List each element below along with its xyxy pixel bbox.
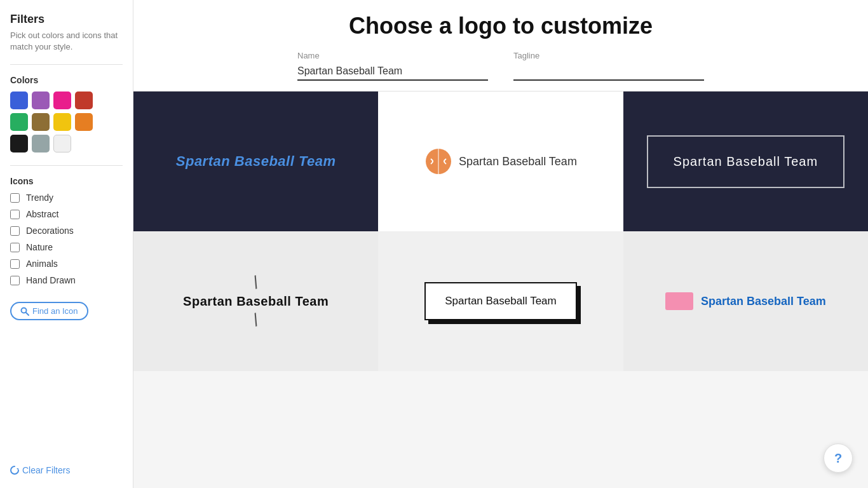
logo-card-5[interactable]: Spartan Baseball Team	[378, 231, 623, 371]
color-purple[interactable]	[32, 92, 50, 109]
color-blue[interactable]	[10, 92, 28, 109]
sidebar-subtitle: Pick out colors and icons that match you…	[10, 30, 123, 53]
color-orange[interactable]	[75, 113, 93, 131]
input-row: Name Tagline	[159, 51, 843, 81]
color-white[interactable]	[53, 135, 71, 152]
checkbox-nature[interactable]: Nature	[10, 242, 123, 252]
color-black[interactable]	[10, 135, 28, 152]
page-title: Choose a logo to customize	[159, 13, 843, 39]
logo-card-3-inner: Spartan Baseball Team	[647, 135, 844, 188]
logo-card-4-content: / Spartan Baseball Team /	[183, 274, 329, 329]
logo-card-2-content: Spartan Baseball Team	[424, 147, 577, 175]
checkbox-trendy-label: Trendy	[26, 193, 53, 203]
divider-icons	[10, 165, 123, 166]
help-button[interactable]: ?	[824, 444, 853, 473]
checkbox-animals[interactable]: Animals	[10, 259, 123, 269]
logo-card-2[interactable]: Spartan Baseball Team	[378, 92, 623, 231]
logo-card-5-inner: Spartan Baseball Team	[424, 282, 576, 320]
colors-label: Colors	[10, 75, 123, 85]
icons-checkboxes: Trendy Abstract Decorations Nature Anima…	[10, 193, 123, 292]
divider-colors	[10, 64, 123, 65]
find-icon-button[interactable]: Find an Icon	[10, 302, 88, 320]
name-label: Name	[297, 51, 488, 60]
logo-card-1-text: Spartan Baseball Team	[176, 153, 336, 170]
icons-label: Icons	[10, 176, 123, 186]
checkbox-decorations[interactable]: Decorations	[10, 226, 123, 236]
logo-card-4-text: Spartan Baseball Team	[183, 294, 329, 309]
logo-card-6-text: Spartan Baseball Team	[701, 295, 826, 308]
sidebar-title: Filters	[10, 13, 123, 26]
main-content: Choose a logo to customize Name Tagline …	[133, 0, 868, 488]
checkbox-nature-label: Nature	[26, 242, 53, 252]
checkbox-animals-label: Animals	[26, 259, 58, 269]
checkbox-abstract-input[interactable]	[10, 210, 20, 219]
search-icon	[20, 307, 29, 316]
checkbox-hand-drawn-label: Hand Drawn	[26, 275, 76, 285]
logo-card-4[interactable]: / Spartan Baseball Team /	[133, 231, 378, 371]
baseball-icon	[424, 147, 452, 175]
name-input-group: Name	[297, 51, 488, 81]
color-yellow[interactable]	[53, 113, 71, 131]
logo-card-3[interactable]: Spartan Baseball Team	[623, 92, 868, 231]
tagline-input[interactable]	[513, 63, 704, 81]
reset-icon	[10, 466, 19, 475]
logo-card-1[interactable]: Spartan Baseball Team	[133, 92, 378, 231]
slash-top-icon: /	[250, 273, 261, 292]
clear-filters-label: Clear Filters	[22, 465, 70, 475]
logo-card-3-text: Spartan Baseball Team	[674, 154, 818, 169]
svg-line-1	[26, 313, 29, 315]
pink-rectangle-icon	[665, 292, 693, 310]
tagline-label: Tagline	[513, 51, 704, 60]
color-brown[interactable]	[32, 113, 50, 131]
checkbox-trendy[interactable]: Trendy	[10, 193, 123, 203]
tagline-input-group: Tagline	[513, 51, 704, 81]
checkbox-hand-drawn[interactable]: Hand Drawn	[10, 275, 123, 285]
checkbox-trendy-input[interactable]	[10, 193, 20, 203]
logo-card-6-content: Spartan Baseball Team	[665, 292, 826, 310]
find-icon-label: Find an Icon	[32, 306, 78, 316]
checkbox-abstract-label: Abstract	[26, 209, 58, 219]
color-gray[interactable]	[32, 135, 50, 152]
logo-grid: Spartan Baseball Team Spartan Baseball T…	[133, 92, 868, 371]
slash-bottom-icon: /	[250, 311, 261, 329]
name-input[interactable]	[297, 63, 488, 81]
checkbox-hand-drawn-input[interactable]	[10, 276, 20, 285]
help-label: ?	[834, 451, 842, 466]
color-pink[interactable]	[53, 92, 71, 109]
checkbox-decorations-label: Decorations	[26, 226, 74, 236]
checkbox-abstract[interactable]: Abstract	[10, 209, 123, 219]
sidebar: Filters Pick out colors and icons that m…	[0, 0, 133, 488]
clear-filters-button[interactable]: Clear Filters	[10, 465, 70, 475]
checkbox-nature-input[interactable]	[10, 243, 20, 252]
logo-card-5-text: Spartan Baseball Team	[445, 295, 556, 307]
color-green[interactable]	[10, 113, 28, 131]
main-header: Choose a logo to customize Name Tagline	[133, 0, 868, 92]
logo-card-6[interactable]: Spartan Baseball Team	[623, 231, 868, 371]
color-red[interactable]	[75, 92, 93, 109]
checkbox-animals-input[interactable]	[10, 259, 20, 269]
logo-card-2-text: Spartan Baseball Team	[459, 155, 577, 168]
color-grid	[10, 92, 123, 152]
checkbox-decorations-input[interactable]	[10, 226, 20, 236]
logo-grid-wrapper: Spartan Baseball Team Spartan Baseball T…	[133, 92, 868, 488]
